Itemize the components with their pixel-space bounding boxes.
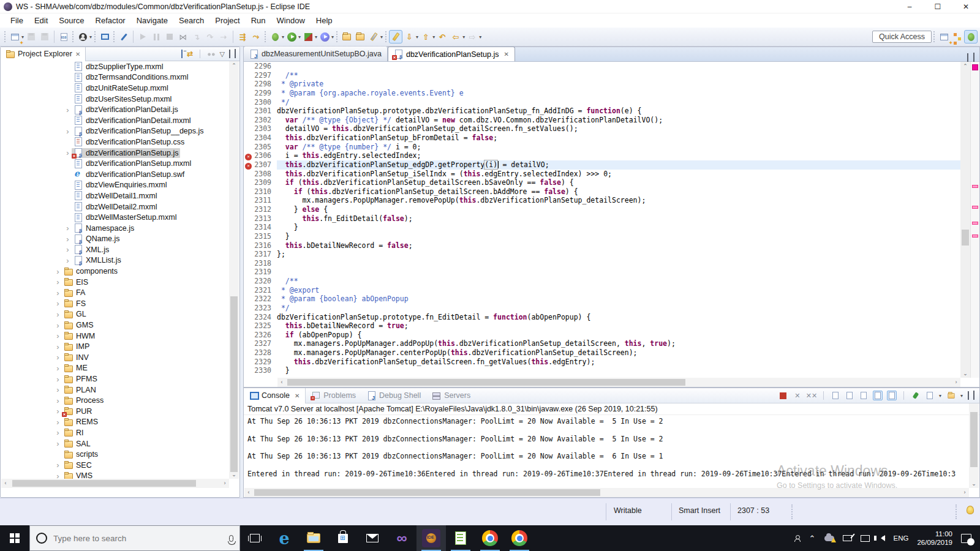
expand-arrow-icon[interactable]: › (54, 418, 62, 426)
code-line[interactable]: 2324dbzVerificationPlanSetup.prototype.f… (244, 313, 960, 322)
tree-item[interactable]: ›XMLList.js (1, 255, 229, 266)
tree-item[interactable]: ›RI (1, 427, 229, 438)
show-hidden-icons-chevron[interactable]: ⌃ (809, 534, 816, 543)
display-console-dropdown-icon[interactable]: ▾ (939, 393, 941, 399)
last-edit-location-button[interactable]: ↶ (435, 30, 449, 43)
code-line[interactable]: 2300 */ (244, 98, 960, 107)
code-line[interactable]: 2302 var /** @type {Object} */ detailVO … (244, 116, 960, 125)
maximize-window-button[interactable]: ☐ (924, 0, 952, 13)
menu-item-help[interactable]: Help (311, 15, 338, 26)
scroll-up-icon[interactable]: ⌃ (229, 61, 239, 70)
expand-arrow-icon[interactable]: › (54, 299, 62, 307)
open-console-icon[interactable] (946, 391, 956, 400)
taskbar-clock[interactable]: 11:0026/09/2019 (917, 530, 952, 547)
open-perspective-icon[interactable]: ✦ (937, 30, 951, 43)
step-over-button[interactable]: ↷ (203, 30, 217, 43)
editor-scroll-left-icon[interactable]: ‹ (277, 378, 286, 386)
previous-annotation-dropdown-icon[interactable]: ▾ (432, 34, 435, 40)
code-line[interactable]: 2317}; (244, 250, 960, 259)
code-line[interactable]: 2330 } (244, 366, 960, 375)
code-line[interactable]: 2309 if (this.dbzVerificationPlanSetup_d… (244, 178, 960, 187)
tree-item[interactable]: ›QName.js (1, 234, 229, 245)
clear-console-icon[interactable] (831, 391, 840, 400)
annotation-pen-button[interactable] (117, 30, 130, 43)
editor-scroll-right-icon[interactable]: › (952, 378, 960, 386)
overview-marker[interactable] (972, 206, 978, 209)
expand-arrow-icon[interactable]: › (54, 472, 62, 479)
tree-item[interactable]: ›dbzViewEnquiries.mxml (1, 180, 229, 191)
code-line[interactable]: 2312 } else { (244, 205, 960, 214)
coverage-button[interactable] (301, 30, 315, 43)
run-dropdown-icon[interactable]: ▾ (298, 34, 301, 40)
expand-arrow-icon[interactable]: › (54, 353, 62, 361)
scroll-left-icon[interactable]: ‹ (1, 479, 10, 487)
taskbar-mail[interactable] (358, 525, 387, 551)
minimize-view-icon[interactable] (229, 50, 230, 58)
code-line[interactable]: 2314 } (244, 223, 960, 232)
tree-item[interactable]: ›dbzVerificationPlanSetup.swf (1, 169, 229, 180)
tree-item[interactable]: ›XML.js (1, 244, 229, 255)
menu-item-search[interactable]: Search (173, 15, 209, 26)
focus-icon[interactable]: ●● (207, 50, 215, 58)
profile-dropdown-icon[interactable]: ▾ (331, 34, 334, 40)
expand-arrow-icon[interactable]: › (54, 310, 62, 318)
taskbar-chrome-1[interactable] (475, 525, 505, 551)
microphone-icon[interactable] (229, 535, 233, 542)
explorer-vertical-scrollbar[interactable]: ⌃ ⌄ (229, 61, 239, 479)
taskbar-visual-studio[interactable]: ∞ (387, 525, 417, 551)
tree-item[interactable]: ›Namespace.js (1, 223, 229, 234)
code-line[interactable]: 2299 * @param {org.apache.royale.events.… (244, 89, 960, 98)
code-line[interactable]: 2323 */ (244, 304, 960, 313)
expand-arrow-icon[interactable]: › (54, 397, 62, 405)
expand-arrow-icon[interactable]: › (64, 257, 72, 264)
editor-tab[interactable]: dbzMeasurementUnitSetupBO.java (244, 47, 388, 61)
tree-item[interactable]: ›dbzVerificationPlanSetup.css (1, 137, 229, 148)
code-line[interactable]: 2298 * @private (244, 80, 960, 89)
terminate-button[interactable] (163, 30, 176, 43)
debug-button[interactable] (268, 30, 282, 43)
tree-item[interactable]: ›✕PUR (1, 406, 229, 417)
overview-marker[interactable] (972, 234, 978, 238)
tree-item[interactable]: ›VMS (1, 471, 229, 479)
coverage-dropdown-icon[interactable]: ▾ (315, 34, 317, 40)
show-on-stderr-icon[interactable] (887, 391, 897, 400)
console-output[interactable]: At Thu Sep 26 10:36:13 PKT 2019 dbzConne… (247, 417, 969, 488)
tree-item[interactable]: ›dbzTermsandConditions.mxml (1, 72, 229, 83)
people-tray-icon[interactable] (794, 535, 801, 541)
close-tab-icon[interactable]: ✕ (503, 51, 508, 58)
overview-marker[interactable] (972, 222, 978, 225)
editor-scroll-down-icon[interactable]: ⌄ (960, 369, 970, 378)
code-line[interactable]: 2318 (244, 259, 960, 268)
tree-item[interactable]: ›PLAN (1, 384, 229, 395)
tree-item[interactable]: ›SAL (1, 438, 229, 449)
code-line[interactable]: 2301dbzVerificationPlanSetup.prototype.d… (244, 107, 960, 116)
quick-access-box[interactable]: Quick Access (872, 31, 932, 43)
user-dropdown-icon[interactable]: ▾ (89, 34, 92, 40)
show-execution-point-button[interactable]: ⇶ (236, 30, 249, 43)
expand-arrow-icon[interactable]: › (64, 235, 72, 243)
tree-item[interactable]: ›EIS (1, 277, 229, 288)
collapse-all-icon[interactable] (181, 50, 183, 58)
code-line[interactable]: 2313 this.fn_EditDetail(false); (244, 214, 960, 223)
expand-arrow-icon[interactable]: › (54, 321, 62, 329)
console-scroll-down-icon[interactable]: ⌄ (969, 479, 979, 488)
step-return-button[interactable]: ⇢ (217, 30, 230, 43)
tree-item[interactable]: ›components (1, 266, 229, 277)
tree-item[interactable]: ›dbzWellDetail2.mxml (1, 201, 229, 212)
close-window-button[interactable]: ✕ (952, 0, 980, 13)
expand-arrow-icon[interactable]: › (54, 364, 62, 372)
tree-item[interactable]: ›INV (1, 352, 229, 363)
taskbar-chrome-2[interactable] (505, 525, 534, 551)
tree-item[interactable]: ›dbzSupplierType.mxml (1, 61, 229, 72)
code-line[interactable]: 2316 this.bDetailNewRecord = false; (244, 241, 960, 250)
expand-arrow-icon[interactable]: › (64, 149, 72, 157)
code-line[interactable]: 2328 mx.managers.PopUpManager.centerPopU… (244, 348, 960, 358)
menu-item-navigate[interactable]: Navigate (131, 15, 173, 26)
save-all-button[interactable] (38, 30, 51, 43)
code-line[interactable]: 2304 this.dbzVerificationPlanSetup_bFrom… (244, 133, 960, 143)
scroll-lock-icon[interactable] (845, 391, 854, 400)
tree-item[interactable]: ›PFMS (1, 373, 229, 384)
console-view-tab-debug-shell[interactable]: Debug Shell (361, 388, 426, 403)
expand-arrow-icon[interactable]: › (54, 343, 62, 351)
new-brush-button[interactable] (367, 30, 380, 43)
